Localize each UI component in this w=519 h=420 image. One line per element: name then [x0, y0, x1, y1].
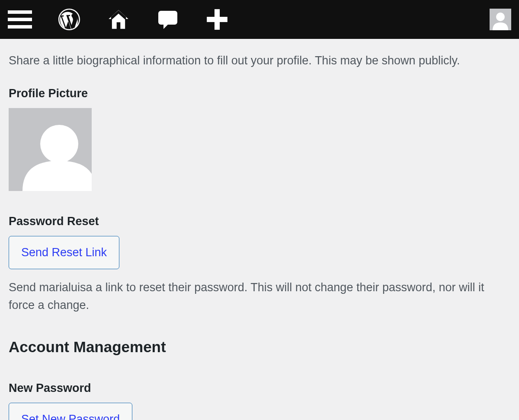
plus-icon[interactable]	[205, 7, 229, 32]
admin-bar-right	[490, 9, 511, 30]
password-reset-label: Password Reset	[9, 215, 510, 228]
account-management-heading: Account Management	[9, 338, 510, 356]
svg-point-6	[496, 13, 505, 21]
svg-point-8	[40, 125, 78, 163]
set-new-password-button[interactable]: Set New Password	[9, 403, 132, 420]
bio-description-text: Share a little biographical information …	[9, 52, 510, 70]
wordpress-icon[interactable]	[57, 7, 81, 32]
svg-rect-1	[8, 18, 32, 21]
comment-icon[interactable]	[156, 7, 180, 32]
new-password-label: New Password	[9, 382, 510, 395]
svg-rect-0	[8, 10, 32, 14]
user-avatar-small[interactable]	[490, 9, 511, 30]
profile-picture-label: Profile Picture	[9, 87, 510, 100]
content-area: Share a little biographical information …	[0, 39, 519, 420]
admin-bar	[0, 0, 519, 39]
admin-bar-left	[8, 7, 490, 32]
menu-icon[interactable]	[8, 7, 32, 32]
send-reset-link-button[interactable]: Send Reset Link	[9, 236, 119, 269]
password-reset-help: Send marialuisa a link to reset their pa…	[9, 279, 510, 315]
profile-picture-avatar	[9, 108, 92, 191]
svg-rect-4	[207, 17, 227, 22]
home-icon[interactable]	[106, 7, 131, 32]
svg-rect-2	[8, 25, 32, 29]
